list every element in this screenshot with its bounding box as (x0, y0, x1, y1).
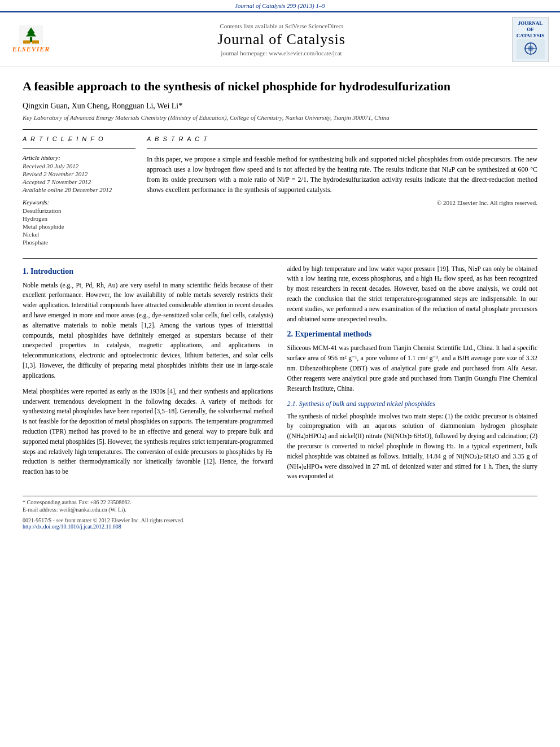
intro-para1: Noble metals (e.g., Pt, Pd, Rh, Au) are … (23, 281, 273, 381)
main-content: A feasible approach to the synthesis of … (0, 67, 560, 541)
synth-heading: 2.1. Synthesis of bulk and supported nic… (287, 400, 538, 408)
journal-top-bar: Journal of Catalysis 299 (2013) 1–9 (0, 0, 560, 12)
available-date: Available online 28 December 2012 (23, 186, 135, 193)
history-title: Article history: (23, 154, 135, 161)
email-note: E-mail address: weili@nankai.edu.cn (W. … (23, 506, 537, 513)
received-date: Received 30 July 2012 (23, 163, 135, 169)
article-info-abstract: A R T I C L E I N F O Article history: R… (23, 136, 537, 247)
body-content: 1. Introduction Noble metals (e.g., Pt, … (23, 264, 537, 488)
synth-para1: The synthesis of nickel phosphide involv… (287, 412, 538, 482)
footnote-star-text: * Corresponding author. Fax: +86 22 2350… (23, 499, 132, 505)
intro-heading: 1. Introduction (23, 267, 273, 276)
footer-area: * Corresponding author. Fax: +86 22 2350… (23, 496, 537, 530)
revised-date: Revised 2 November 2012 (23, 171, 135, 177)
email-label: E-mail address: (23, 506, 58, 513)
footer-bottom: 0021-9517/$ - see front matter © 2012 El… (23, 517, 537, 530)
intro-para2: Metal phosphides were reported as early … (23, 387, 273, 477)
journal-homepage: journal homepage: www.elsevier.com/locat… (51, 50, 512, 56)
abstract-col: A B S T R A C T In this paper, we propos… (147, 136, 537, 247)
exp-para1: Siliceous MCM-41 was purchased from Tian… (287, 343, 538, 394)
svg-rect-5 (32, 41, 39, 44)
accepted-date: Accepted 7 November 2012 (23, 178, 135, 185)
divider-abstract (147, 148, 537, 148)
keyword-3: Metal phosphide (23, 223, 135, 230)
journal-header: ELSEVIER Contents lists available at Sci… (0, 12, 560, 67)
divider-1 (23, 129, 537, 130)
svg-rect-4 (23, 41, 30, 44)
copyright-line: © 2012 Elsevier Inc. All rights reserved… (147, 199, 537, 206)
sciverse-line: Contents lists available at SciVerse Sci… (51, 23, 512, 29)
right-para1: aided by high temperature and low water … (287, 264, 538, 325)
divider-info (23, 148, 135, 148)
keywords-section: Keywords: Desulfurization Hydrogen Metal… (23, 199, 135, 246)
doi-text: http://dx.doi.org/10.1016/j.jcat.2012.11… (23, 523, 185, 530)
keyword-1: Desulfurization (23, 207, 135, 214)
article-info-col: A R T I C L E I N F O Article history: R… (23, 136, 135, 247)
elsevier-wordmark: ELSEVIER (12, 45, 50, 54)
journal-cover-image: JOURNAL OF CATALYSIS (512, 17, 549, 62)
abstract-label: A B S T R A C T (147, 136, 537, 142)
elsevier-logo-area: ELSEVIER (11, 25, 51, 54)
elsevier-tree-icon (14, 25, 48, 45)
footnote-star: * Corresponding author. Fax: +86 22 2350… (23, 499, 537, 505)
keywords-label: Keywords: (23, 199, 135, 206)
article-history: Article history: Received 30 July 2012 R… (23, 154, 135, 193)
authors: Qingxin Guan, Xun Cheng, Rongguan Li, We… (23, 102, 537, 111)
issn-line: 0021-9517/$ - see front matter © 2012 El… (23, 517, 185, 530)
header-center: Contents lists available at SciVerse Sci… (51, 23, 512, 56)
abstract-text: In this paper, we propose a simple and f… (147, 154, 537, 195)
keyword-5: Phosphate (23, 239, 135, 246)
keyword-4: Nickel (23, 231, 135, 238)
elsevier-logo: ELSEVIER (11, 25, 51, 54)
cover-graphic (517, 39, 545, 59)
journal-citation: Journal of Catalysis 299 (2013) 1–9 (235, 2, 325, 9)
exp-col: aided by high temperature and low water … (287, 264, 538, 488)
affiliation: Key Laboratory of Advanced Energy Materi… (23, 114, 537, 121)
article-info-label: A R T I C L E I N F O (23, 136, 135, 142)
exp-heading: 2. Experimental methods (287, 330, 538, 339)
divider-2 (23, 258, 537, 259)
journal-title: Journal of Catalysis (51, 31, 512, 48)
cover-title-line1: JOURNAL OF (518, 20, 543, 32)
keyword-2: Hydrogen (23, 215, 135, 222)
article-title: A feasible approach to the synthesis of … (23, 78, 537, 95)
cover-title-line2: CATALYSIS (517, 33, 544, 38)
intro-col: 1. Introduction Noble metals (e.g., Pt, … (23, 264, 273, 488)
email-value: weili@nankai.edu.cn (W. Li). (59, 506, 126, 513)
issn-text: 0021-9517/$ - see front matter © 2012 El… (23, 517, 185, 523)
